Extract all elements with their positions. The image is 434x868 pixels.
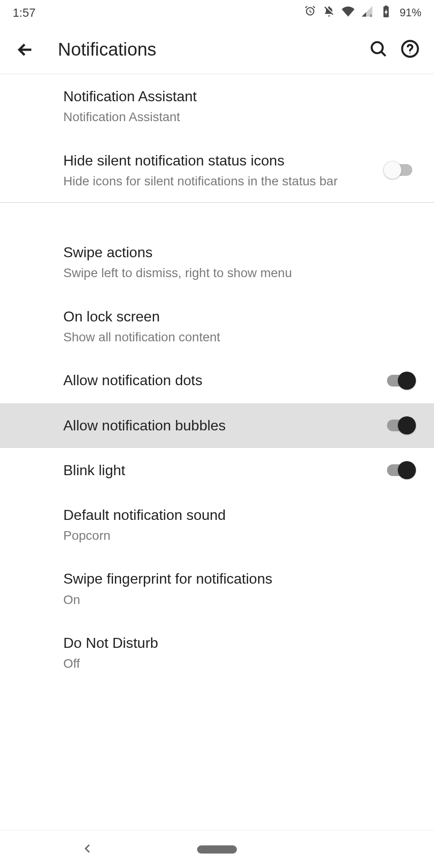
navigation-bar [0,830,434,868]
row-subtitle: Swipe left to dismiss, right to show men… [63,265,416,281]
row-swipe-fingerprint[interactable]: Swipe fingerprint for notifications On [0,557,434,621]
svg-point-2 [372,42,383,53]
row-default-sound[interactable]: Default notification sound Popcorn [0,493,434,557]
toggle-allow-dots[interactable] [383,372,416,390]
row-title: Notification Assistant [63,87,416,106]
signal-icon: x [361,5,373,21]
status-time: 1:57 [13,6,36,20]
settings-list: Notification Assistant Notification Assi… [0,74,434,685]
row-title: Allow notification bubbles [63,416,374,435]
toggle-allow-bubbles[interactable] [383,416,416,434]
row-allow-bubbles[interactable]: Allow notification bubbles [0,403,434,448]
row-subtitle: On [63,592,416,608]
status-right: x 91% [304,5,421,21]
alarm-icon [304,5,316,21]
row-allow-dots[interactable]: Allow notification dots [0,358,434,403]
row-subtitle: Show all notification content [63,329,416,345]
help-button[interactable] [401,39,420,60]
nav-back-button[interactable] [81,842,94,857]
row-subtitle: Off [63,656,416,672]
row-title: Allow notification dots [63,371,374,390]
row-notification-assistant[interactable]: Notification Assistant Notification Assi… [0,74,434,138]
svg-text:x: x [370,12,373,17]
app-bar: Notifications [0,25,434,74]
row-title: Hide silent notification status icons [63,151,374,170]
toggle-hide-silent-icons[interactable] [383,161,416,179]
row-swipe-actions[interactable]: Swipe actions Swipe left to dismiss, rig… [0,230,434,294]
row-title: Swipe actions [63,243,416,262]
svg-point-5 [410,52,410,53]
row-blink-light[interactable]: Blink light [0,448,434,493]
nav-home-pill[interactable] [197,845,237,854]
row-hide-silent-icons[interactable]: Hide silent notification status icons Hi… [0,138,434,203]
search-button[interactable] [369,39,388,60]
row-title: Default notification sound [63,505,416,525]
row-do-not-disturb[interactable]: Do Not Disturb Off [0,621,434,685]
page-title: Notifications [58,39,369,60]
row-subtitle: Popcorn [63,528,416,544]
status-bar: 1:57 x 91% [0,0,434,25]
row-subtitle: Hide icons for silent notifications in t… [63,173,374,189]
battery-icon [380,5,392,21]
row-title: Do Not Disturb [63,633,416,653]
toggle-blink-light[interactable] [383,461,416,479]
wifi-icon [342,5,354,21]
row-on-lock-screen[interactable]: On lock screen Show all notification con… [0,294,434,359]
back-button[interactable] [14,39,36,61]
svg-line-3 [381,52,386,56]
battery-text: 91% [400,6,421,19]
row-title: On lock screen [63,307,416,326]
row-title: Swipe fingerprint for notifications [63,569,416,589]
row-title: Blink light [63,461,374,480]
row-subtitle: Notification Assistant [63,109,416,125]
dnd-off-icon [323,5,335,21]
